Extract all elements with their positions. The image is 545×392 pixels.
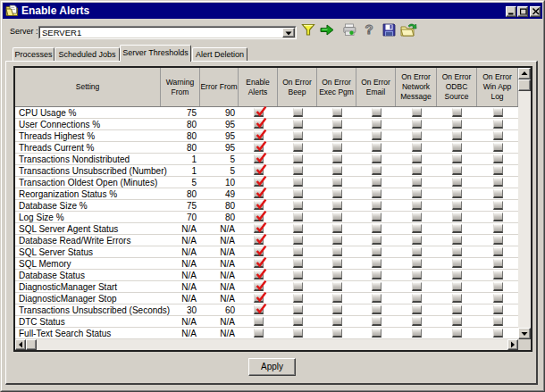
svg-text:?: ? bbox=[365, 22, 373, 37]
